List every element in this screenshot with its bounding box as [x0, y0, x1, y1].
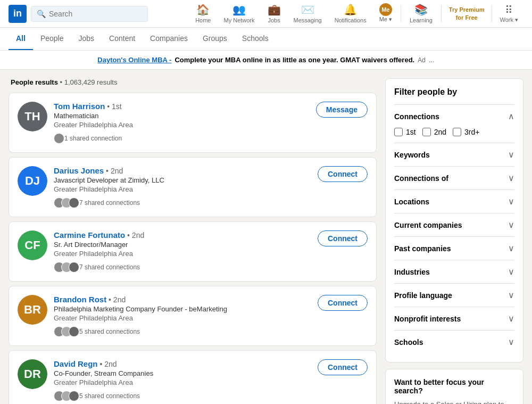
checkbox-3rd[interactable] — [453, 128, 461, 136]
tab-all[interactable]: All — [9, 28, 33, 50]
filter-section-header[interactable]: Schools ∨ — [394, 337, 514, 347]
avatar[interactable]: DR — [18, 359, 47, 389]
connect-button[interactable]: Connect — [318, 230, 368, 246]
connection-option-3rd[interactable]: 3rd+ — [453, 128, 479, 136]
filter-section-label: Nonprofit interests — [394, 315, 461, 323]
tab-groups[interactable]: Groups — [195, 28, 235, 50]
nav-jobs-label: Jobs — [268, 17, 280, 23]
shared-avatar-mini — [69, 197, 79, 208]
filter-section-header[interactable]: Connections of ∨ — [394, 173, 514, 183]
degree-badge: • 2nd — [109, 295, 126, 304]
person-name[interactable]: Tom Harrison • 1st — [54, 102, 310, 111]
tab-companies[interactable]: Companies — [143, 28, 195, 50]
person-name[interactable]: Carmine Fortunato • 2nd — [54, 230, 311, 240]
nav-items: 🏠 Home 👥 My Network 💼 Jobs ✉️ Messaging … — [189, 0, 523, 28]
person-name[interactable]: Darius Jones • 2nd — [54, 166, 311, 175]
ad-link[interactable]: Dayton's Online MBA - — [97, 56, 171, 64]
filter-section-header[interactable]: Past companies ∨ — [394, 243, 514, 253]
avatar: Me — [379, 3, 392, 16]
shared-avatars — [54, 197, 76, 208]
shared-connections: 5 shared connections — [54, 391, 311, 401]
search-bar[interactable]: 🔍 — [31, 6, 148, 22]
filter-section-header[interactable]: Nonprofit interests ∨ — [394, 314, 514, 324]
checkbox-1st[interactable] — [394, 128, 403, 136]
shared-count: 7 shared connections — [79, 199, 140, 207]
shared-avatars — [54, 262, 76, 273]
filter-section-header[interactable]: Connections ∧ — [394, 111, 514, 121]
tab-content[interactable]: Content — [102, 28, 143, 50]
filter-section-locations: Locations ∨ — [394, 189, 514, 213]
person-info: Brandon Rost • 2nd Philadelphia Marketin… — [54, 295, 311, 337]
nav-notifications-label: Notifications — [335, 17, 367, 23]
chevron-down-icon: ∨ — [508, 196, 514, 207]
nav-work-button[interactable]: ⠿ Work ▾ — [494, 0, 523, 28]
filter-section-header[interactable]: Keywords ∨ — [394, 150, 514, 160]
filter-section-schools: Schools ∨ — [394, 330, 514, 353]
person-name[interactable]: Brandon Rost • 2nd — [54, 295, 311, 304]
chevron-down-icon: ∨ — [508, 337, 514, 347]
filter-section-label: Connections — [394, 112, 439, 121]
filter-section-header[interactable]: Profile language ∨ — [394, 290, 514, 300]
ad-more-button[interactable]: ... — [429, 56, 435, 64]
linkedin-logo[interactable]: in — [9, 5, 27, 23]
upgrade-description: Upgrade to a Sales or Hiring plan to unl… — [394, 399, 514, 404]
main-layout: People results • 1,063,429 results TH To… — [0, 78, 532, 404]
person-title: Javascript Developer at Zimidy, LLC — [54, 176, 311, 184]
nav-jobs[interactable]: 💼 Jobs — [261, 0, 287, 28]
person-name[interactable]: David Regn • 2nd — [54, 359, 311, 368]
search-input[interactable] — [49, 10, 142, 18]
filter-section-label: Current companies — [394, 221, 462, 229]
connection-option-2nd[interactable]: 2nd — [422, 128, 446, 136]
connect-button[interactable]: Connect — [318, 359, 368, 375]
filter-section-current-companies: Current companies ∨ — [394, 213, 514, 236]
connect-button[interactable]: Connect — [318, 295, 368, 311]
filter-section-header[interactable]: Locations ∨ — [394, 196, 514, 207]
shared-avatars — [54, 326, 76, 337]
filter-section-header[interactable]: Current companies ∨ — [394, 220, 514, 230]
person-card: CF Carmine Fortunato • 2nd Sr. Art Direc… — [9, 221, 377, 282]
checkbox-2nd[interactable] — [422, 128, 431, 136]
connect-button[interactable]: Connect — [318, 166, 368, 182]
tab-people[interactable]: People — [33, 28, 71, 50]
avatar[interactable]: CF — [18, 230, 47, 260]
ad-text: Complete your MBA online in as little as… — [174, 56, 414, 64]
ad-banner: Dayton's Online MBA - Complete your MBA … — [0, 51, 532, 70]
nav-messaging[interactable]: ✉️ Messaging — [287, 0, 328, 28]
search-tabs: All People Jobs Content Companies Groups… — [0, 28, 532, 51]
person-actions: Connect — [318, 230, 368, 246]
connection-option-1st[interactable]: 1st — [394, 128, 416, 136]
nav-home[interactable]: 🏠 Home — [189, 0, 217, 28]
filter-section-label: Industries — [394, 268, 430, 276]
shared-connections: 1 shared connection — [54, 133, 310, 144]
person-title: Co-Founder, Stream Companies — [54, 369, 311, 377]
nav-notifications[interactable]: 🔔 Notifications — [328, 0, 373, 28]
person-actions: Connect — [318, 166, 368, 182]
top-navigation: in 🔍 🏠 Home 👥 My Network 💼 Jobs ✉️ Messa… — [0, 0, 532, 28]
person-actions: Message — [316, 102, 368, 118]
shared-avatar-mini — [69, 326, 79, 337]
filter-section-industries: Industries ∨ — [394, 260, 514, 283]
avatar[interactable]: BR — [18, 295, 47, 325]
avatar[interactable]: DJ — [18, 166, 47, 196]
tab-jobs[interactable]: Jobs — [71, 28, 102, 50]
results-count: • 1,063,429 results — [60, 78, 118, 86]
message-button[interactable]: Message — [316, 102, 368, 118]
avatar-image: CF — [18, 230, 47, 260]
person-card: TH Tom Harrison • 1st Mathematician Grea… — [9, 93, 377, 153]
person-info: David Regn • 2nd Co-Founder, Stream Comp… — [54, 359, 311, 401]
results-header: People results • 1,063,429 results — [9, 78, 377, 86]
filter-section-header[interactable]: Industries ∨ — [394, 267, 514, 277]
tab-schools[interactable]: Schools — [235, 28, 276, 50]
avatar[interactable]: TH — [18, 102, 47, 131]
my-network-icon: 👥 — [232, 3, 246, 16]
shared-count: 5 shared connections — [79, 392, 140, 400]
nav-me[interactable]: Me Me ▾ — [373, 0, 398, 28]
shared-avatars — [54, 133, 61, 144]
filter-section-keywords: Keywords ∨ — [394, 143, 514, 166]
person-actions: Connect — [318, 359, 368, 375]
nav-learning[interactable]: 📚 Learning — [403, 0, 439, 28]
filter-section-connections: Connections ∧ 1st 2nd 3rd+ — [394, 104, 514, 143]
results-panel: People results • 1,063,429 results TH To… — [9, 78, 377, 404]
nav-premium-button[interactable]: Try Premium for Free — [444, 6, 490, 21]
nav-my-network[interactable]: 👥 My Network — [217, 0, 261, 28]
